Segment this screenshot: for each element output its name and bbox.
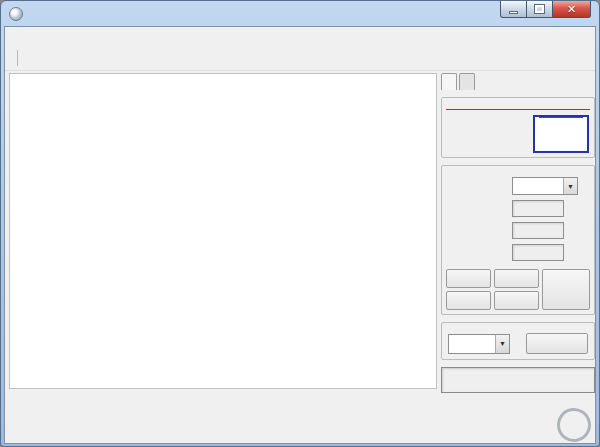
window-controls: ✕ [500, 1, 591, 18]
adjust-button [494, 291, 539, 310]
control-buttons [446, 269, 590, 310]
menu-bar [5, 27, 595, 46]
app-icon [9, 7, 23, 21]
test-tabs [441, 73, 595, 90]
com-port-select[interactable]: ▼ [448, 334, 510, 354]
disconnect-button[interactable] [526, 333, 588, 354]
minimize-button[interactable] [500, 1, 527, 18]
voltage-current-display [446, 107, 590, 110]
tab-auto-test[interactable] [459, 73, 475, 90]
cutoff-voltage-input[interactable] [512, 222, 564, 239]
continue-button[interactable] [446, 291, 491, 310]
start-button[interactable] [446, 269, 491, 288]
run-time-input[interactable] [512, 244, 564, 261]
zketech-logo [533, 115, 589, 153]
discharge-chart [10, 74, 436, 388]
main-content: ▼ [5, 71, 595, 393]
close-button[interactable]: ✕ [553, 1, 591, 18]
client-area: ▼ [4, 26, 596, 444]
run-data-group [441, 97, 595, 158]
chart-column [9, 73, 437, 393]
monitor-button[interactable] [542, 269, 590, 310]
stop-button [494, 269, 539, 288]
toolbar-separator [17, 50, 18, 66]
chart-panel [9, 73, 437, 389]
app-window: ✕ [0, 0, 600, 447]
status-log [441, 367, 595, 393]
toolbar [5, 46, 595, 71]
control-panel: ▼ [441, 73, 595, 393]
parameters-group: ▼ [441, 165, 595, 315]
tab-single-test[interactable] [441, 73, 457, 90]
maximize-button[interactable] [527, 1, 553, 18]
power-time-display [446, 113, 590, 153]
serial-port-group: ▼ [441, 322, 595, 360]
run-mode-select[interactable]: ▼ [512, 177, 578, 195]
set-current-input[interactable] [512, 200, 564, 217]
chevron-down-icon: ▼ [495, 335, 509, 353]
chevron-down-icon: ▼ [563, 178, 577, 194]
